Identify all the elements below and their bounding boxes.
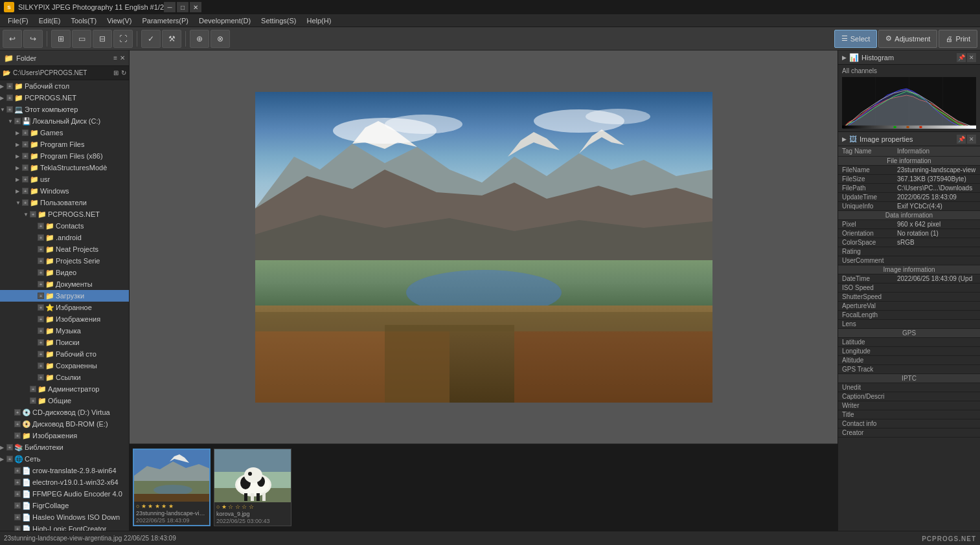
tree-item[interactable]: +📁Рабочий сто xyxy=(0,348,129,360)
thumb-img-2 xyxy=(214,449,291,502)
tree-folder-icon: 📄 xyxy=(22,513,31,522)
menu-tools[interactable]: Tools(T) xyxy=(65,16,102,26)
tree-item[interactable]: +📁Projects Serie xyxy=(0,255,129,267)
toolbar-back-button[interactable]: ↩ xyxy=(3,30,22,48)
tree-item[interactable]: +📁Ссылки xyxy=(0,372,129,383)
toolbar-zoom-button[interactable]: ⊕ xyxy=(190,30,209,48)
tree-item[interactable]: ▼+💾Локальный Диск (C:) xyxy=(0,115,129,127)
print-button[interactable]: 🖨 Print xyxy=(939,30,977,48)
props-close-button[interactable]: ✕ xyxy=(967,135,976,144)
tree-item-label: Program Files (x86) xyxy=(40,152,103,160)
tree-item[interactable]: ▶+📁Program Files (x86) xyxy=(0,150,129,162)
tree-item[interactable]: +📁Документы xyxy=(0,278,129,290)
tree-item[interactable]: +📁Музыка xyxy=(0,325,129,337)
tree-type-indicator: + xyxy=(38,234,44,241)
tree-item[interactable]: ▶+🌐Сеть xyxy=(0,453,129,465)
menu-help[interactable]: Help(H) xyxy=(302,16,337,26)
props-tag: Title xyxy=(838,410,893,419)
tree-item[interactable]: +📁Видео xyxy=(0,267,129,278)
close-button[interactable]: ✕ xyxy=(190,2,201,12)
tree-type-indicator: + xyxy=(14,502,21,509)
tree-item[interactable]: +📄electron-v19.0.1-win32-x64 xyxy=(0,476,129,488)
tree-item[interactable]: ▶+📁usr xyxy=(0,173,129,185)
histogram-header: ▶ 📊 Histogram 📌 ✕ xyxy=(838,50,980,65)
tree-item[interactable]: +📁Администратор xyxy=(0,383,129,395)
tree-item[interactable]: ▶+📁TeklaStructuresModè xyxy=(0,162,129,173)
props-tag: ISO Speed xyxy=(838,284,893,293)
toolbar-compare-button[interactable]: ⊟ xyxy=(93,30,112,48)
tree-item[interactable]: +📁Общие xyxy=(0,395,129,406)
right-panel: ▶ 📊 Histogram 📌 ✕ All channels xyxy=(838,50,980,531)
menu-view[interactable]: View(V) xyxy=(102,16,137,26)
tree-item-label: Games xyxy=(40,129,63,137)
tree-item-label: Ссылки xyxy=(56,373,81,381)
props-pin-button[interactable]: 📌 xyxy=(957,135,966,144)
minimize-button[interactable]: ─ xyxy=(164,2,176,12)
props-tag: Rating xyxy=(838,247,893,256)
tree-item[interactable]: +📁Загрузки xyxy=(0,290,129,302)
props-tag: DateTime xyxy=(838,274,893,284)
props-table-area[interactable]: Tag Name Information File informationFil… xyxy=(838,146,980,531)
tree-item[interactable]: +⭐Избранное xyxy=(0,302,129,313)
folder-tree[interactable]: ▶+📁Рабочий стол▶+📁PCPROGS.NET▼+💻Этот ком… xyxy=(0,80,129,531)
tree-folder-icon: 💻 xyxy=(14,106,23,114)
tree-folder-icon: 📁 xyxy=(38,385,47,394)
tree-item[interactable]: +📄High-Logic FontCreator xyxy=(0,523,129,531)
tree-item[interactable]: +📁Neat Projects xyxy=(0,243,129,255)
toolbar-crop-button[interactable]: ⚒ xyxy=(162,30,181,48)
tree-item[interactable]: ▶+📁Program Files xyxy=(0,139,129,150)
props-info xyxy=(893,284,980,293)
tree-item[interactable]: ▶+📚Библиотеки xyxy=(0,441,129,453)
path-refresh-button[interactable]: ↻ xyxy=(121,69,126,76)
path-nav-button[interactable]: ⊞ xyxy=(113,69,119,76)
folder-close-button[interactable]: ✕ xyxy=(120,54,125,61)
tree-item[interactable]: ▼+📁Пользователи xyxy=(0,197,129,208)
props-tag: Pixel xyxy=(838,220,893,229)
histogram-pin-button[interactable]: 📌 xyxy=(957,53,966,62)
tree-item[interactable]: +📁.android xyxy=(0,232,129,243)
tree-folder-icon: 📁 xyxy=(45,327,54,335)
tree-item[interactable]: ▶+📁Games xyxy=(0,127,129,139)
toolbar-grid-button[interactable]: ⊞ xyxy=(51,30,71,48)
tree-item[interactable]: +📁Contacts xyxy=(0,220,129,232)
maximize-button[interactable]: □ xyxy=(177,2,188,12)
histogram-close-button[interactable]: ✕ xyxy=(967,53,976,62)
tree-item[interactable]: ▼+💻Этот компьютер xyxy=(0,104,129,115)
toolbar-single-button[interactable]: ▭ xyxy=(72,30,91,48)
tree-folder-icon: 📄 xyxy=(22,502,31,510)
tree-item[interactable]: +📄Hasleo Windows ISO Down xyxy=(0,511,129,523)
props-row: GPS Track xyxy=(838,365,980,374)
tree-type-indicator: + xyxy=(14,421,21,427)
select-button[interactable]: ☰ Select xyxy=(834,30,878,48)
tree-item[interactable]: +📁Изображения xyxy=(0,430,129,441)
toolbar-fullscreen-button[interactable]: ⛶ xyxy=(113,30,133,48)
tree-type-indicator: + xyxy=(6,456,13,462)
tree-item[interactable]: +📁Сохраненны xyxy=(0,360,129,372)
menu-parameters[interactable]: Parameters(P) xyxy=(137,16,194,26)
menu-development[interactable]: Development(D) xyxy=(194,16,256,26)
thumbnail-2[interactable]: ○ ★ ☆ ☆ ☆ ☆ korova_9.jpg 2022/06/25 03:0… xyxy=(214,449,291,526)
thumbnail-1[interactable]: ○ ★ ★ ★ ★ ★ 23stunning-landscape-view-a … xyxy=(133,449,211,526)
props-row: Latitude xyxy=(838,338,980,347)
tree-item[interactable]: +📁Изображения xyxy=(0,313,129,325)
tree-item[interactable]: ▶+📁PCPROGS.NET xyxy=(0,92,129,104)
tree-item[interactable]: +📁Поиски xyxy=(0,337,129,348)
toolbar-filter-button[interactable]: ⊗ xyxy=(211,30,230,48)
menu-edit[interactable]: Edit(E) xyxy=(34,16,66,26)
tree-item[interactable]: +📀Дисковод BD-ROM (E:) xyxy=(0,418,129,430)
folder-collapse-button[interactable]: ≡ xyxy=(113,54,117,61)
tree-item[interactable]: ▼+📁PCPROGS.NET xyxy=(0,208,129,220)
toolbar-forward-button[interactable]: ↪ xyxy=(23,30,43,48)
menu-file[interactable]: File(F) xyxy=(3,16,34,26)
tree-item[interactable]: +📄FFMPEG Audio Encoder 4.0 xyxy=(0,488,129,500)
props-info xyxy=(893,320,980,329)
tree-folder-icon: 📁 xyxy=(30,140,39,149)
menu-settings[interactable]: Settings(S) xyxy=(256,16,301,26)
tree-item[interactable]: +📄FigrCollage xyxy=(0,500,129,511)
tree-item[interactable]: ▶+📁Windows xyxy=(0,185,129,197)
toolbar-check-button[interactable]: ✓ xyxy=(141,30,161,48)
tree-item[interactable]: +📄crow-translate-2.9.8-win64 xyxy=(0,465,129,476)
tree-item[interactable]: ▶+📁Рабочий стол xyxy=(0,80,129,92)
adjustment-button[interactable]: ⚙ Adjustment xyxy=(878,30,937,48)
tree-item[interactable]: +💿CD-дисковод (D:) Virtua xyxy=(0,406,129,418)
